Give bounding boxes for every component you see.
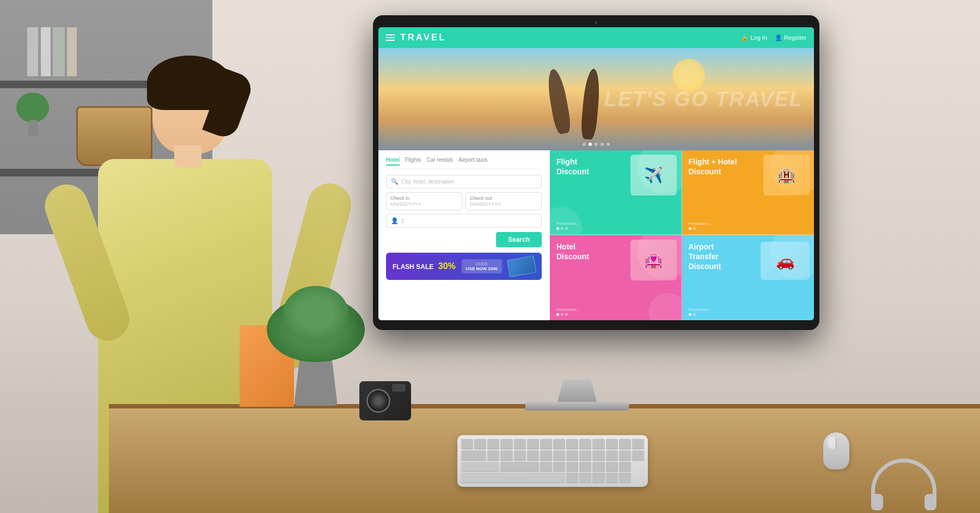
guests-field[interactable]: 👤 1 [386, 214, 542, 228]
navbar: TRAVEL 🔒 Log In 👤 Register [378, 27, 814, 48]
promo-flight-title: Flight Discount [556, 157, 605, 176]
tab-car-rentals[interactable]: Car rentals [426, 157, 453, 166]
promo-airport-title: Airport Transfer Discount [689, 242, 740, 272]
login-link[interactable]: 🔒 Log In [741, 34, 767, 41]
monitor: TRAVEL 🔒 Log In 👤 Register [373, 15, 819, 330]
destination-placeholder: City, hotel, destination [401, 179, 455, 185]
person-icon: 👤 [391, 217, 399, 224]
checkout-field[interactable]: Check out MM/DD/YYYY [465, 192, 542, 210]
brand-logo: TRAVEL [400, 32, 446, 43]
flash-sale-percent: 30% [438, 261, 456, 271]
promo-hotel-title: Hotel Discount [556, 242, 605, 261]
promo-flight-discount[interactable]: Flight Discount ✈️ Promotion... [550, 150, 682, 235]
camera [359, 381, 411, 420]
promo-flight-hotel-discount[interactable]: Flight + Hotel Discount 🏨 Promotion... [682, 150, 814, 235]
screen: TRAVEL 🔒 Log In 👤 Register [378, 27, 814, 320]
hero-text: LET'S GO TRAVEL [604, 88, 803, 111]
search-button[interactable]: Search [496, 232, 542, 247]
flash-sale-label: FLASH SALE [393, 263, 433, 271]
hamburger-menu[interactable] [386, 34, 395, 41]
destination-field[interactable]: 🔍 City, hotel, destination [386, 175, 542, 188]
flash-sale-banner[interactable]: FLASH SALE 30% CODE USE NOW 1000 [386, 253, 542, 280]
tab-airport-taxis[interactable]: Airport taxis [458, 157, 487, 166]
promo-airport-discount[interactable]: Airport Transfer Discount 🚗 Promotion... [682, 235, 814, 320]
user-icon: 👤 [775, 34, 782, 41]
monitor-base [525, 402, 629, 411]
promo-flight-hotel-title: Flight + Hotel Discount [689, 157, 743, 176]
flash-sale-code: CODE USE NOW 1000 [462, 259, 502, 273]
lock-icon: 🔒 [741, 34, 749, 41]
promotions-grid: Flight Discount ✈️ Promotion... [550, 150, 814, 320]
hero-banner: LET'S GO TRAVEL [378, 48, 814, 150]
checkin-input: MM/DD/YYYY [390, 201, 458, 207]
register-link[interactable]: 👤 Register [775, 34, 806, 41]
promo-hotel-discount[interactable]: Hotel Discount 🏩 Promotion... [550, 235, 682, 320]
search-panel: Hotel Flights Car rentals Airport taxis … [378, 150, 550, 320]
hero-dots [583, 143, 610, 146]
search-icon: 🔍 [391, 178, 399, 185]
promo-flight-hotel-promotion: Promotion... [689, 221, 712, 226]
plant [294, 351, 338, 406]
search-tabs: Hotel Flights Car rentals Airport taxis [386, 157, 542, 169]
promo-hotel-promotion: Promotion... [556, 307, 580, 312]
keyboard[interactable] [457, 435, 648, 487]
credit-card-icon [507, 255, 537, 277]
checkin-field[interactable]: Check in MM/DD/YYYY [386, 192, 462, 210]
tab-hotel[interactable]: Hotel [386, 157, 400, 166]
tab-flights[interactable]: Flights [405, 157, 421, 166]
promo-flight-promotion: Promotion... [556, 221, 580, 226]
headphones [871, 459, 936, 502]
checkout-input: MM/DD/YYYY [470, 201, 537, 207]
guests-placeholder: 1 [401, 218, 405, 224]
checkout-label: Check out [470, 196, 537, 201]
checkin-label: Check in [390, 196, 458, 201]
promo-airport-promotion: Promotion... [689, 307, 712, 312]
mouse[interactable] [823, 432, 849, 469]
